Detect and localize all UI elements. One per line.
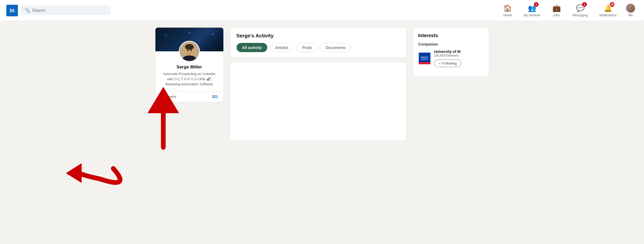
- nav-item-messaging[interactable]: 💬 1 Messaging: [568, 2, 593, 19]
- companies-label: Companies: [418, 42, 484, 46]
- company-item: UMASS BOSTON University of M 105,658 fol…: [418, 49, 484, 67]
- nav-label-home: Home: [503, 13, 512, 17]
- nav-label-my-network: My Network: [524, 13, 540, 17]
- interests-card: Interests Companies UMASS BOSTON Un: [413, 27, 489, 76]
- umass-logo-mark: UMASS BOSTON: [419, 53, 430, 64]
- company-logo: UMASS BOSTON: [418, 52, 431, 65]
- linkedin-logo[interactable]: in: [6, 5, 18, 16]
- profile-followers: Followers 321: [155, 91, 223, 102]
- nav-item-jobs[interactable]: 💼 Jobs: [547, 2, 566, 19]
- tab-articles[interactable]: Articles: [270, 43, 294, 52]
- my-network-icon-wrap: 👥 1: [528, 4, 537, 13]
- jobs-icon-wrap: 💼: [552, 4, 561, 13]
- followers-count[interactable]: 321: [212, 94, 218, 99]
- home-icon-wrap: 🏠: [503, 4, 512, 13]
- company-followers: 105,658 followers: [434, 54, 484, 57]
- profile-tagline: Automate Prospecting on LinkedIn with O …: [161, 71, 218, 87]
- arrow-left: [66, 163, 120, 183]
- nav-item-home[interactable]: 🏠 Home: [498, 2, 517, 19]
- search-bar[interactable]: 🔍: [21, 6, 111, 15]
- search-input[interactable]: [32, 8, 107, 13]
- nav-label-jobs: Jobs: [553, 13, 560, 17]
- tab-all-activity[interactable]: All activity: [237, 43, 267, 52]
- nav-item-my-network[interactable]: 👥 1 My Network: [519, 2, 545, 19]
- profile-card: Serge Miller Automate Prospecting on Lin…: [155, 27, 224, 102]
- notifications-badge: 38: [610, 2, 614, 7]
- right-panel: Interests Companies UMASS BOSTON Un: [413, 27, 489, 141]
- svg-point-14: [185, 44, 194, 50]
- svg-point-17: [190, 50, 192, 51]
- company-name: University of M: [434, 49, 484, 54]
- interests-title: Interests: [418, 33, 484, 38]
- messaging-badge: 1: [582, 2, 587, 7]
- umass-logo-text: UMASS BOSTON: [421, 56, 428, 60]
- activity-card: Serge's Activity All activity Articles P…: [230, 27, 406, 58]
- nav-item-notifications[interactable]: 🔔 38 Notifications: [595, 2, 621, 19]
- profile-avatar-svg: [180, 41, 199, 62]
- activity-tabs: All activity Articles Posts Documents: [237, 43, 400, 52]
- main-content: Serge Miller Automate Prospecting on Lin…: [151, 21, 493, 147]
- main-nav: 🏠 Home 👥 1 My Network 💼 Jobs 💬 1 Messa: [498, 2, 638, 19]
- nav-label-notifications: Notifications: [599, 13, 617, 17]
- profile-info: Serge Miller Automate Prospecting on Lin…: [155, 62, 223, 91]
- notifications-icon-wrap: 🔔 38: [603, 4, 612, 13]
- jobs-icon: 💼: [552, 5, 561, 12]
- profile-avatar-wrap: [155, 41, 223, 62]
- avatar-image: [626, 4, 635, 13]
- content-card: [230, 62, 406, 141]
- following-button[interactable]: ✓ Following: [434, 59, 461, 67]
- svg-line-9: [200, 34, 213, 41]
- nav-label-me: Me: [628, 13, 633, 17]
- nav-label-messaging: Messaging: [573, 13, 588, 17]
- company-info: University of M 105,658 followers ✓ Foll…: [434, 49, 484, 67]
- profile-name: Serge Miller: [161, 64, 218, 70]
- left-panel: Serge Miller Automate Prospecting on Lin…: [155, 27, 224, 141]
- svg-point-16: [187, 50, 188, 51]
- tab-documents[interactable]: Documents: [320, 43, 351, 52]
- avatar: [626, 4, 635, 13]
- activity-title: Serge's Activity: [237, 33, 400, 39]
- center-panel: Serge's Activity All activity Articles P…: [230, 27, 406, 141]
- tab-posts[interactable]: Posts: [297, 43, 318, 52]
- followers-label: Followers: [161, 94, 176, 99]
- umass-stripe: [419, 62, 430, 64]
- nav-item-me[interactable]: Me: [623, 2, 638, 19]
- svg-marker-21: [66, 163, 82, 183]
- home-icon: 🏠: [503, 5, 512, 12]
- messaging-icon-wrap: 💬 1: [576, 4, 585, 13]
- profile-avatar: [179, 41, 200, 62]
- my-network-badge: 1: [534, 2, 539, 7]
- svg-line-11: [166, 33, 189, 36]
- header-left: in 🔍: [6, 5, 498, 16]
- search-icon: 🔍: [25, 8, 30, 13]
- header: in 🔍 🏠 Home 👥 1 My Network 💼 Jobs: [0, 0, 644, 21]
- svg-point-18: [189, 52, 190, 52]
- svg-line-8: [189, 33, 200, 41]
